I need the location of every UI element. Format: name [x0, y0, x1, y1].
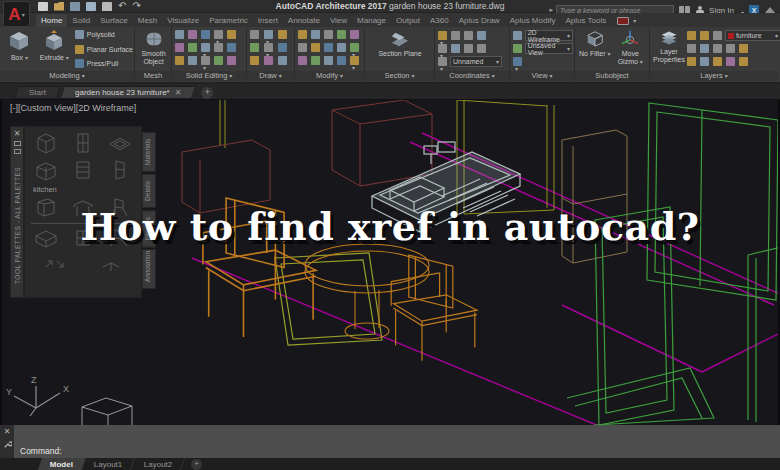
- block-icon-wardrobe[interactable]: [33, 196, 59, 220]
- layer-merge-icon[interactable]: [739, 57, 748, 66]
- palette-tab-details[interactable]: Details: [142, 174, 156, 208]
- panel-label-subobject[interactable]: Subobject: [575, 71, 649, 81]
- arc-tool-icon[interactable]: [278, 30, 287, 39]
- polysolid-button[interactable]: Polysolid: [74, 29, 133, 40]
- section-plane-button[interactable]: Section Plane: [378, 29, 422, 58]
- redo-icon[interactable]: ↷: [132, 1, 140, 11]
- block-icon-bed[interactable]: [33, 226, 59, 250]
- visual-style-combo[interactable]: 2D Wireframe: [525, 30, 573, 41]
- ribbon-tab-manage[interactable]: Manage: [352, 14, 391, 27]
- panel-label-mesh[interactable]: Mesh: [135, 71, 171, 81]
- block-icon-cabinet[interactable]: [33, 131, 59, 155]
- layer-freeze-icon[interactable]: [700, 31, 709, 40]
- solid-extract-icon[interactable]: [227, 43, 236, 52]
- press-pull-button[interactable]: Press/Pull: [74, 58, 133, 69]
- spline-tool-icon[interactable]: [264, 56, 273, 65]
- block-icon-drawer-unit[interactable]: [70, 158, 96, 182]
- ribbon-tab-view[interactable]: View: [325, 14, 352, 27]
- layer-lock2-icon[interactable]: [713, 57, 722, 66]
- solid-imprint-icon[interactable]: [175, 56, 184, 65]
- open-file-icon[interactable]: [54, 2, 64, 11]
- panel-label-layers[interactable]: Layers: [650, 71, 778, 81]
- panel-label-draw[interactable]: Draw: [247, 71, 294, 81]
- trim-tool-icon[interactable]: [350, 30, 359, 39]
- ellipse-tool-icon[interactable]: [250, 56, 259, 65]
- solid-taper-icon[interactable]: [214, 43, 223, 52]
- ucs-world-icon[interactable]: [451, 31, 460, 40]
- solid-edit-icon[interactable]: [214, 30, 223, 39]
- ucs-previous-icon[interactable]: [438, 44, 447, 53]
- command-customize-wrench-icon[interactable]: [3, 440, 12, 449]
- layer-unisolate-icon[interactable]: [726, 44, 735, 53]
- save-icon[interactable]: [70, 2, 80, 11]
- line-tool-icon[interactable]: [250, 30, 259, 39]
- ribbon-tab-parametric[interactable]: Parametric: [204, 14, 253, 27]
- palette-tab-annotation[interactable]: Annotation: [142, 249, 156, 289]
- layout-tab-layout1[interactable]: Layout1: [82, 458, 136, 470]
- planar-surface-button[interactable]: Planar Surface: [74, 44, 133, 55]
- layer-prev-icon[interactable]: [700, 44, 709, 53]
- ribbon-tab-solid[interactable]: Solid: [67, 14, 95, 27]
- ucs-origin-icon[interactable]: [464, 31, 473, 40]
- ribbon-tab-annotate[interactable]: Annotate: [283, 14, 325, 27]
- new-layout-button[interactable]: +: [191, 459, 202, 470]
- solid-shell-icon[interactable]: [201, 43, 210, 52]
- command-close-icon[interactable]: ✕: [4, 428, 11, 436]
- layer-on-icon[interactable]: [687, 31, 696, 40]
- drawing-canvas[interactable]: [-][Custom View][2D Wireframe]: [0, 100, 780, 425]
- panel-label-solid-editing[interactable]: Solid Editing: [172, 71, 246, 81]
- save-as-icon[interactable]: [86, 2, 96, 11]
- layout-tab-model[interactable]: Model: [38, 458, 86, 470]
- ribbon-tab-insert[interactable]: Insert: [253, 14, 283, 27]
- ucs-x-icon[interactable]: [451, 44, 460, 53]
- block-icon-wall-cabinet[interactable]: [107, 158, 133, 182]
- solid-check-icon[interactable]: [214, 56, 223, 65]
- ucs-axes-icon[interactable]: [14, 386, 60, 416]
- panel-label-coordinates[interactable]: Coordinates: [435, 71, 509, 81]
- ribbon-tab-a360[interactable]: A360: [425, 14, 454, 27]
- viewport-controls[interactable]: [-][Custom View][2D Wireframe]: [10, 103, 136, 113]
- plot-icon[interactable]: [102, 2, 112, 11]
- solid-intersect-icon[interactable]: [201, 30, 210, 39]
- layer-walk-icon[interactable]: [726, 57, 735, 66]
- layer-match-icon[interactable]: [687, 44, 696, 53]
- new-file-icon[interactable]: [38, 2, 48, 11]
- panel-label-view[interactable]: View: [510, 71, 574, 81]
- ribbon-tab-surface[interactable]: Surface: [95, 14, 133, 27]
- solid-interfere-icon[interactable]: [175, 43, 184, 52]
- viewport-config-icon[interactable]: [513, 57, 522, 66]
- application-menu-button[interactable]: A▾: [3, 1, 30, 27]
- close-tab-icon[interactable]: ✕: [175, 88, 182, 97]
- extrude-button[interactable]: Extrude: [38, 29, 71, 63]
- break-tool-icon[interactable]: [350, 56, 359, 65]
- block-icon-base-cabinet[interactable]: [33, 158, 59, 182]
- join-tool-icon[interactable]: [324, 56, 333, 65]
- explode-tool-icon[interactable]: [298, 56, 307, 65]
- panel-label-modify[interactable]: Modify: [295, 71, 364, 81]
- polyline-tool-icon[interactable]: [250, 43, 259, 52]
- erase-tool-icon[interactable]: [298, 43, 307, 52]
- move-tool-icon[interactable]: [298, 30, 307, 39]
- file-tab-active-doc[interactable]: garden house 23 furniture*✕: [60, 86, 197, 99]
- layer-properties-button[interactable]: Layer Properties: [653, 29, 685, 63]
- layer-isolate-icon[interactable]: [713, 44, 722, 53]
- smooth-object-button[interactable]: Smooth Object: [138, 29, 169, 65]
- block-icon-corner[interactable]: [98, 253, 124, 277]
- record-icon[interactable]: [617, 17, 629, 25]
- new-drawing-tab-button[interactable]: +: [201, 87, 213, 99]
- solid-offset-icon[interactable]: [188, 56, 197, 65]
- stretch-tool-icon[interactable]: [324, 43, 333, 52]
- layer-off-icon[interactable]: [687, 57, 696, 66]
- undo-icon[interactable]: ↶: [118, 1, 126, 11]
- named-view-combo[interactable]: Unsaved View: [525, 43, 573, 54]
- ucs-face-icon[interactable]: [477, 31, 486, 40]
- ribbon-tab-visualize[interactable]: Visualize: [162, 14, 204, 27]
- layout-tab-layout2[interactable]: Layout2: [131, 458, 185, 470]
- layer-current-icon[interactable]: [739, 44, 748, 53]
- move-gizmo-button[interactable]: Move Gizmo: [614, 29, 648, 66]
- solid-clean-icon[interactable]: [227, 56, 236, 65]
- mirror-tool-icon[interactable]: [337, 30, 346, 39]
- solid-separate-icon[interactable]: [201, 56, 210, 65]
- offset-tool-icon[interactable]: [311, 56, 320, 65]
- ucs-combo[interactable]: Unnamed: [450, 56, 502, 67]
